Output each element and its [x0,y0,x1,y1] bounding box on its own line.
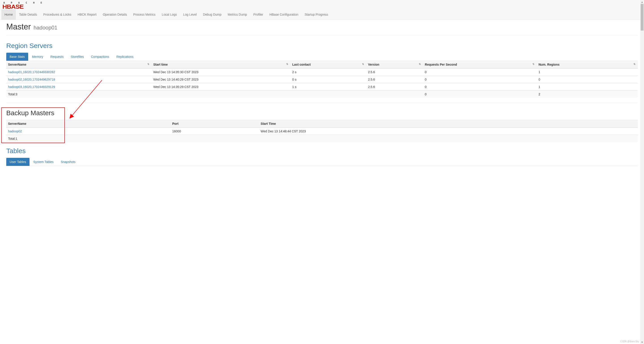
tab-requests[interactable]: Requests [47,53,67,61]
region-servers-table: ServerNameStart timeLast contactVersionR… [6,61,638,98]
divider [6,103,638,103]
backup-total: Total:1 [6,135,638,143]
backup-server-link[interactable]: hadoop02 [8,130,22,133]
nav-home[interactable]: Home [1,9,16,20]
nav-hbck-report[interactable]: HBCK Report [74,9,100,20]
cell-rps: 0 [423,83,537,91]
server-link[interactable]: hadoop02,16020,1702449629718 [8,78,55,81]
table-row: hadoop03,16020,1702449329129 Wed Dec 13 … [6,83,638,91]
region-servers-tabs: Base StatsMemoryRequestsStorefilesCompac… [6,53,638,61]
tab-compactions[interactable]: Compactions [88,53,113,61]
region-servers-heading: Region Servers [6,42,638,50]
table-row: hadoop02,16020,1702449629718 Wed Dec 13 … [6,76,638,83]
scroll-up-icon[interactable]: ▲ [640,0,644,4]
cell-start: Wed Dec 13 14:40:29 CST 2023 [152,76,290,83]
tab-memory[interactable]: Memory [28,53,47,61]
cell-version: 2.5.6 [366,68,423,76]
backup-masters-heading: Backup Masters [6,109,638,117]
cell-start: Wed Dec 13 14:35:29 CST 2023 [152,83,290,91]
cell-last: 1 s [290,83,366,91]
tables-tabs: User TablesSystem TablesSnapshots [6,158,638,166]
rs-foot-rps: 0 [423,91,537,98]
tab-snapshots[interactable]: Snapshots [57,158,79,166]
logo-hbase-text: HBASE [3,4,44,9]
tables-heading: Tables [6,147,638,155]
page-title: Master [6,22,31,31]
nav-table-details[interactable]: Table Details [16,9,40,20]
cell-rps: 0 [423,68,537,76]
nav-process-metrics[interactable]: Process Metrics [130,9,159,20]
nav-local-logs[interactable]: Local Logs [158,9,180,20]
col-num-regions[interactable]: Num. Regions [537,61,638,69]
nav-debug-dump[interactable]: Debug Dump [200,9,225,20]
col-last-contact[interactable]: Last contact [290,61,366,69]
col-servername[interactable]: ServerName [6,61,152,69]
tab-storefiles[interactable]: Storefiles [67,53,87,61]
nav-operation-details[interactable]: Operation Details [100,9,130,20]
cell-start: Wed Dec 13 14:35:30 CST 2023 [152,68,290,76]
cell-regions: 1 [537,83,638,91]
cell-start: Wed Dec 13 14:48:44 CST 2023 [259,128,638,135]
cell-rps: 0 [423,76,537,83]
tab-system-tables[interactable]: System Tables [30,158,57,166]
rs-foot-regions: 2 [537,91,638,98]
cell-regions: 1 [537,68,638,76]
scroll-thumb[interactable] [641,4,644,31]
nav-log-level[interactable]: Log Level [180,9,200,20]
col-version[interactable]: Version [366,61,423,69]
col-port: Port [170,120,259,128]
cell-version: 2.5.6 [366,83,423,91]
nav-profiler[interactable]: Profiler [250,9,266,20]
tab-base-stats[interactable]: Base Stats [6,53,28,61]
backup-masters-table: ServerNamePortStart Time hadoop02 16000 … [6,120,638,142]
col-start-time[interactable]: Start time [152,61,290,69]
tab-user-tables[interactable]: User Tables [6,158,30,166]
page-subtitle: hadoop01 [34,24,58,31]
nav-metrics-dump[interactable]: Metrics Dump [224,9,250,20]
col-servername: ServerName [6,120,170,128]
page-header: Master hadoop01 [6,20,638,36]
cell-last: 0 s [290,76,366,83]
cell-last: 2 s [290,68,366,76]
scrollbar[interactable]: ▲ ▼ [640,0,644,179]
cell-port: 16000 [170,128,259,135]
server-link[interactable]: hadoop01,16020,1702449330282 [8,70,55,74]
col-start-time: Start Time [259,120,638,128]
main-nav: HomeTable DetailsProcedures & LocksHBCK … [0,9,644,20]
table-row: hadoop02 16000 Wed Dec 13 14:48:44 CST 2… [6,128,638,135]
logo[interactable]: A P A C H E HBASE [0,0,644,9]
server-link[interactable]: hadoop03,16020,1702449329129 [8,85,55,89]
nav-hbase-configuration[interactable]: HBase Configuration [266,9,302,20]
cell-version: 2.5.6 [366,76,423,83]
tab-replications[interactable]: Replications [113,53,137,61]
cell-regions: 0 [537,76,638,83]
nav-startup-progress[interactable]: Startup Progress [302,9,331,20]
table-row: hadoop01,16020,1702449330282 Wed Dec 13 … [6,68,638,76]
nav-procedures-locks[interactable]: Procedures & Locks [40,9,74,20]
rs-total: Total:3 [6,91,152,98]
col-requests-per-second[interactable]: Requests Per Second [423,61,537,69]
